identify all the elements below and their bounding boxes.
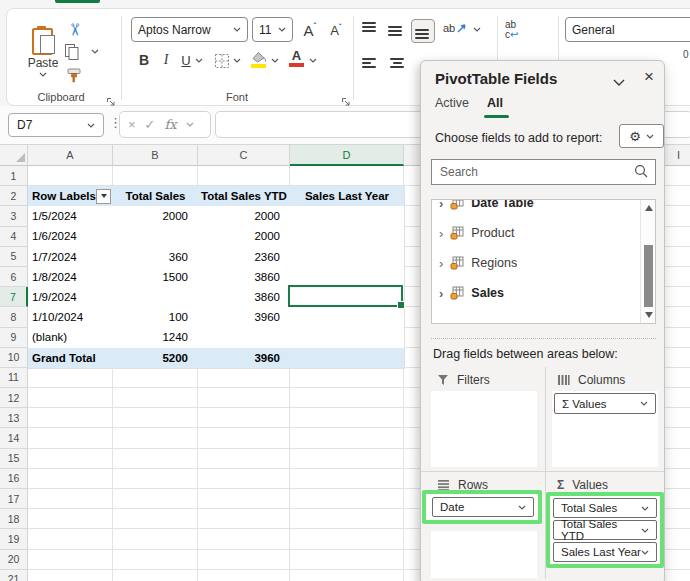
copy-button[interactable] [61,41,83,63]
insert-function-button[interactable]: fx [165,117,177,132]
pivot-cell[interactable]: 2360 [198,247,290,267]
pivot-cell[interactable]: 1/8/2024 [28,267,113,287]
row-header-13[interactable]: 13 [0,408,28,428]
chip-chevron-icon[interactable] [640,401,648,406]
cell-C18[interactable] [198,509,290,529]
cell-B17[interactable] [113,489,198,509]
cell-D17[interactable] [290,489,404,509]
cell-D15[interactable] [290,449,404,469]
pivot-cell[interactable]: 2000 [198,226,290,246]
name-box[interactable]: D7 [8,113,104,137]
cell-B14[interactable] [113,428,198,448]
cell-A19[interactable] [28,529,113,549]
pivot-cell[interactable]: Total Sales [113,186,198,206]
cell-C15[interactable] [198,449,290,469]
pivot-cell[interactable]: 360 [113,247,198,267]
cell-B21[interactable] [113,570,198,581]
filters-drop-zone[interactable] [431,391,537,467]
row-header-3[interactable]: 3 [0,206,28,226]
font-color-chevron-icon[interactable] [309,58,317,63]
row-header-16[interactable]: 16 [0,469,28,489]
cell-D13[interactable] [290,408,404,428]
pivot-cell[interactable] [290,327,404,347]
field-list-scrollbar[interactable] [640,200,655,323]
pivot-cell[interactable] [290,247,404,267]
cell-A16[interactable] [28,469,113,489]
date-field-chip[interactable]: Date [432,497,534,517]
cell-C12[interactable] [198,388,290,408]
columns-drop-zone[interactable]: Σ Values [552,391,658,467]
font-color-button[interactable]: A [289,49,304,67]
cell-B13[interactable] [113,408,198,428]
field-item-product[interactable]: › Product [432,218,640,248]
column-header-D[interactable]: D [290,145,404,166]
italic-button[interactable]: I [155,49,177,71]
orientation-button[interactable]: ab [443,22,468,34]
format-painter-button[interactable] [63,64,85,86]
cell-D18[interactable] [290,509,404,529]
paste-button[interactable]: Paste [19,14,67,88]
column-header-B[interactable]: B [113,145,198,166]
pivot-cell[interactable]: 1240 [113,327,198,347]
borders-button[interactable] [211,50,233,72]
pivot-cell[interactable] [290,348,404,368]
increase-font-size-button[interactable]: Aˆ [299,19,321,41]
pivot-cell[interactable]: 1/9/2024 [28,287,113,307]
cell-D16[interactable] [290,469,404,489]
rows-drop-zone[interactable] [431,531,537,578]
cell-C13[interactable] [198,408,290,428]
fill-handle[interactable] [397,301,405,309]
top-align-button[interactable] [359,19,383,43]
scrollbar-thumb[interactable] [644,245,653,307]
pivot-cell[interactable]: 1/5/2024 [28,206,113,226]
pivot-cell[interactable]: 3960 [198,307,290,327]
cell-B12[interactable] [113,388,198,408]
pane-close-button[interactable]: × [641,67,657,87]
pivot-cell[interactable]: 2000 [113,206,198,226]
cell-B19[interactable] [113,529,198,549]
cell-C21[interactable] [198,570,290,581]
pivot-cell[interactable]: 3860 [198,267,290,287]
row-header-7[interactable]: 7 [0,287,28,307]
cell-A17[interactable] [28,489,113,509]
align-center-button[interactable] [385,51,409,75]
middle-align-button[interactable] [385,19,409,43]
pivot-cell[interactable]: (blank) [28,327,113,347]
cell-D14[interactable] [290,428,404,448]
total-sales-ytd-chip[interactable]: Total Sales YTD [553,520,657,540]
pivot-cell[interactable]: Total Sales YTD [198,186,290,206]
font-size-combobox[interactable]: 11 [252,17,293,42]
expand-chevron-icon[interactable]: › [439,199,443,210]
pivot-cell[interactable] [113,226,198,246]
decimal-button-fragment[interactable]: 0 [683,49,689,60]
row-header-14[interactable]: 14 [0,428,28,448]
cell-A20[interactable] [28,550,113,570]
pivot-cell[interactable] [113,287,198,307]
row-header-21[interactable]: 21 [0,570,28,581]
row-header-19[interactable]: 19 [0,529,28,549]
cell-C17[interactable] [198,489,290,509]
borders-dropdown-chevron-icon[interactable] [233,58,241,63]
cell-D12[interactable] [290,388,404,408]
cell-C20[interactable] [198,550,290,570]
field-item-sales[interactable]: › Sales [432,278,640,308]
pivot-cell[interactable]: 1/7/2024 [28,247,113,267]
decrease-font-size-button[interactable]: Aˇ [325,19,347,41]
enter-check-icon[interactable]: ✓ [145,117,156,132]
row-header-11[interactable]: 11 [0,368,28,388]
chip-chevron-icon[interactable] [641,528,649,533]
cell-A12[interactable] [28,388,113,408]
field-item-regions[interactable]: › Regions [432,248,640,278]
pivot-cell[interactable]: 3960 [198,348,290,368]
row-header-10[interactable]: 10 [0,348,28,368]
pivot-cell[interactable] [290,206,404,226]
expand-chevron-icon[interactable]: › [439,287,443,300]
cell-D21[interactable] [290,570,404,581]
pivot-cell[interactable]: Grand Total [28,348,113,368]
row-header-8[interactable]: 8 [0,307,28,327]
cell-A21[interactable] [28,570,113,581]
cell-B15[interactable] [113,449,198,469]
cell-D19[interactable] [290,529,404,549]
cell-C1[interactable] [198,166,290,186]
underline-dropdown-chevron-icon[interactable] [195,58,203,63]
